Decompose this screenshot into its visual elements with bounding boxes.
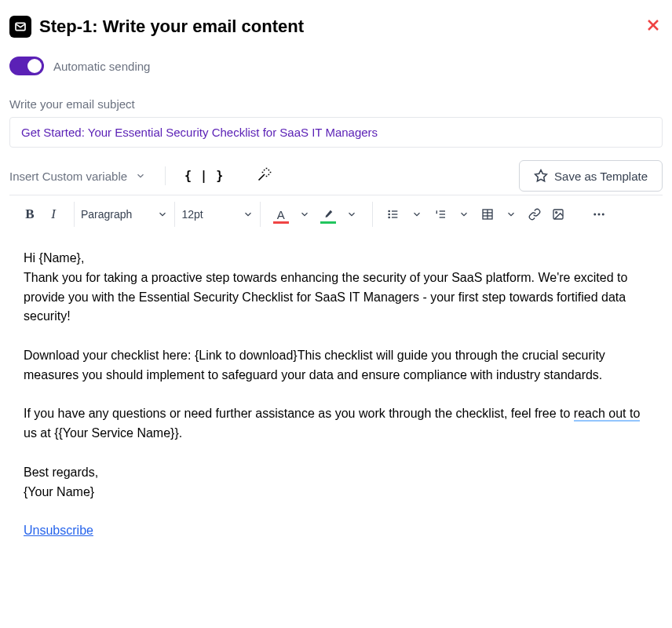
link-button[interactable]: [524, 203, 546, 225]
italic-button[interactable]: I: [42, 203, 64, 225]
highlight-color-indicator: [320, 221, 336, 224]
table-button[interactable]: [477, 203, 499, 225]
highlight-dropdown[interactable]: [341, 203, 363, 225]
svg-marker-3: [535, 170, 547, 181]
numbered-list-button[interactable]: [429, 203, 451, 225]
highlight-button[interactable]: [317, 203, 339, 225]
svg-point-20: [597, 214, 600, 216]
insert-variable-dropdown[interactable]: Insert Custom variable: [9, 163, 151, 189]
font-size-dropdown[interactable]: 12pt: [175, 205, 259, 224]
divider: [165, 166, 166, 185]
toolbar-row: Insert Custom variable { | } Save as Tem…: [9, 160, 663, 192]
chevron-down-icon: [243, 209, 254, 220]
chevron-down-icon: [157, 209, 168, 220]
underlined-phrase: reach out to: [574, 407, 641, 422]
text-style-group: B I: [9, 203, 74, 225]
automatic-sending-row: Automatic sending: [9, 57, 663, 75]
subject-input[interactable]: [9, 117, 663, 148]
save-as-template-button[interactable]: Save as Template: [519, 160, 663, 192]
insert-variable-label: Insert Custom variable: [9, 170, 127, 183]
page-title: Step-1: Write your email content: [39, 16, 304, 37]
header-left: Step-1: Write your email content: [9, 16, 304, 38]
header: Step-1: Write your email content: [9, 16, 663, 38]
greeting: Hi {Name},: [24, 249, 648, 268]
color-group: A: [261, 203, 372, 225]
toggle-knob: [27, 59, 42, 73]
paragraph-label: Paragraph: [81, 208, 132, 221]
paragraph-dropdown[interactable]: Paragraph: [75, 205, 174, 224]
editor-toolbar: B I Paragraph 12pt A: [9, 195, 663, 233]
closing-2: {Your Name}: [24, 483, 648, 502]
image-button[interactable]: [547, 203, 569, 225]
text-color-indicator: [273, 221, 289, 224]
subject-label: Write your email subject: [9, 97, 663, 111]
bold-button[interactable]: B: [19, 203, 41, 225]
chevron-down-icon: [458, 209, 469, 220]
bullet-list-dropdown[interactable]: [406, 203, 428, 225]
text-color-dropdown[interactable]: [294, 203, 316, 225]
unsubscribe-link[interactable]: Unsubscribe: [24, 524, 93, 537]
chevron-down-icon: [506, 209, 517, 220]
svg-point-18: [555, 212, 557, 214]
text-color-button[interactable]: A: [270, 203, 292, 225]
numbered-list-dropdown[interactable]: [453, 203, 475, 225]
svg-point-7: [389, 210, 389, 211]
more-group: [579, 203, 619, 225]
chevron-down-icon: [299, 209, 310, 220]
close-button[interactable]: [644, 16, 663, 38]
chevron-down-icon: [411, 209, 422, 220]
bullet-list-button[interactable]: [382, 203, 404, 225]
paragraph-2: Download your checklist here: {Link to d…: [24, 346, 648, 385]
closing-1: Best regards,: [24, 463, 648, 483]
star-icon: [534, 169, 548, 183]
more-button[interactable]: [588, 203, 610, 225]
chevron-down-icon: [346, 209, 357, 220]
toolbar-left: Insert Custom variable { | }: [9, 163, 279, 189]
mail-icon: [9, 16, 31, 38]
paragraph-1: Thank you for taking a proactive step to…: [24, 268, 648, 327]
svg-point-9: [389, 217, 389, 217]
automatic-sending-toggle[interactable]: [9, 57, 44, 75]
paragraph-3: If you have any questions or need furthe…: [24, 404, 648, 444]
automatic-sending-label: Automatic sending: [53, 60, 150, 73]
email-body-editor[interactable]: Hi {Name}, Thank you for taking a proact…: [9, 233, 663, 557]
save-template-label: Save as Template: [554, 170, 648, 183]
svg-point-8: [389, 214, 389, 214]
braces-button[interactable]: { | }: [180, 166, 228, 186]
magic-wand-button[interactable]: [250, 163, 279, 188]
table-dropdown[interactable]: [500, 203, 522, 225]
svg-point-21: [601, 214, 604, 216]
chevron-down-icon: [135, 170, 146, 181]
svg-point-19: [593, 214, 596, 216]
list-group: [373, 203, 579, 225]
font-size-label: 12pt: [181, 208, 203, 221]
